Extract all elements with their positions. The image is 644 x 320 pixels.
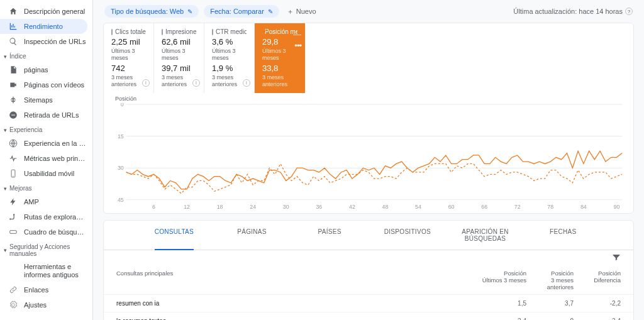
vitals-icon <box>9 154 18 163</box>
help-icon: ? <box>625 8 633 15</box>
checkbox-icon <box>162 29 163 35</box>
table-row[interactable]: la resumen textos3,403,4 <box>104 312 633 320</box>
sidebar-item[interactable]: Descripción general <box>0 4 92 19</box>
chevron-down-icon: ▾ <box>4 247 7 253</box>
svg-text:36: 36 <box>316 204 322 210</box>
chevron-down-icon: ▾ <box>4 127 7 133</box>
svg-rect-4 <box>10 231 17 234</box>
table-header: Consultas principales Posición Últimos 3… <box>104 266 633 294</box>
metric-tile[interactable]: Posición media29,8Últimos 3 meses33,83 m… <box>255 23 305 93</box>
sidebar-item[interactable]: AMP <box>0 194 92 209</box>
chart-icon <box>9 22 18 31</box>
svg-text:30: 30 <box>283 204 289 210</box>
svg-text:42: 42 <box>349 204 355 210</box>
bolt-icon <box>9 197 18 206</box>
chevron-down-icon: ▾ <box>4 53 7 60</box>
svg-text:48: 48 <box>382 204 389 210</box>
svg-point-3 <box>13 214 14 215</box>
sidebar-item[interactable]: Rutas de exploración <box>0 209 92 224</box>
tab[interactable]: DISPOSITIVOS <box>369 221 447 250</box>
sidebar-section[interactable]: ▾Seguridad y Acciones manuales <box>0 240 92 260</box>
sidebar-item[interactable]: Ajustes <box>0 297 92 312</box>
remove-icon <box>9 111 18 119</box>
sidebar-section[interactable]: ▾Índice <box>0 49 92 62</box>
sidebar-item[interactable]: Métricas web principales <box>0 151 92 166</box>
checkbox-icon <box>111 29 113 35</box>
svg-text:12: 12 <box>184 204 190 210</box>
svg-text:0: 0 <box>121 103 124 108</box>
tab[interactable]: FECHAS <box>524 221 602 250</box>
filter-bar: Tipo de búsqueda: Web✎ Fecha: Comparar✎ … <box>93 0 644 23</box>
tab[interactable]: APARICIÓN EN BÚSQUEDAS <box>447 221 525 250</box>
globe-icon <box>9 139 18 148</box>
tab[interactable]: PAÍSES <box>291 221 369 250</box>
svg-text:30: 30 <box>118 165 124 171</box>
path-icon <box>9 212 18 221</box>
link-icon <box>9 285 18 294</box>
info-icon[interactable]: i <box>142 79 150 87</box>
sidebar-item[interactable]: Experiencia en la página <box>0 136 92 151</box>
svg-text:66: 66 <box>481 204 487 210</box>
svg-text:90: 90 <box>613 204 619 210</box>
sidebar-item[interactable]: Inspección de URLs <box>0 34 92 49</box>
mobile-icon <box>9 169 18 178</box>
info-icon[interactable]: i <box>243 79 250 87</box>
gear-icon <box>9 301 18 309</box>
blank-icon <box>9 267 18 275</box>
svg-text:18: 18 <box>217 204 223 210</box>
sitemap-icon <box>9 96 18 104</box>
add-filter-button[interactable]: ＋Nuevo <box>287 7 316 16</box>
svg-text:72: 72 <box>514 204 521 210</box>
chart-y-label: Posición <box>115 96 628 102</box>
metric-tile[interactable]: Impresiones total...62,6 milÚltimos 3 me… <box>154 23 204 93</box>
svg-text:78: 78 <box>547 204 553 210</box>
svg-text:15: 15 <box>118 133 124 140</box>
tab[interactable]: PÁGINAS <box>213 221 291 250</box>
sidebar-item[interactable]: Usabilidad móvil <box>0 166 92 181</box>
svg-point-1 <box>13 176 13 177</box>
svg-text:24: 24 <box>250 204 256 210</box>
chevron-down-icon: ▾ <box>4 185 7 192</box>
svg-point-2 <box>9 218 11 219</box>
edit-icon: ✎ <box>268 8 273 15</box>
sidebar-section[interactable]: ▾Experiencia <box>0 123 92 136</box>
checkbox-icon <box>212 29 213 35</box>
sidebar-item[interactable]: Retirada de URLs <box>0 108 92 123</box>
svg-text:84: 84 <box>580 204 587 210</box>
svg-text:60: 60 <box>448 204 455 210</box>
table-card: CONSULTASPÁGINASPAÍSESDISPOSITIVOSAPARIC… <box>103 220 634 320</box>
svg-text:54: 54 <box>415 204 421 210</box>
sidebar-item[interactable]: Sitemaps <box>0 92 92 108</box>
tab[interactable]: CONSULTAS <box>135 221 213 250</box>
video-icon <box>9 80 18 89</box>
edit-icon: ✎ <box>187 8 192 15</box>
chip-search-type[interactable]: Tipo de búsqueda: Web✎ <box>104 5 199 18</box>
sidebar-item[interactable]: Páginas con vídeos <box>0 77 92 92</box>
home-icon <box>9 7 18 16</box>
sidebar-section[interactable]: ▾Mejoras <box>0 181 92 194</box>
search-icon <box>9 37 18 46</box>
searchbox-icon <box>9 228 18 236</box>
plus-icon: ＋ <box>287 7 294 16</box>
info-icon[interactable]: i <box>192 79 200 87</box>
svg-text:6: 6 <box>152 204 155 210</box>
sidebar-item[interactable]: Herramientas e informes antiguos <box>0 260 92 282</box>
page-icon <box>9 65 18 74</box>
filter-icon[interactable] <box>612 253 621 263</box>
svg-text:45: 45 <box>118 197 124 203</box>
last-updated: Última actualización: hace 14 horas? <box>513 8 633 15</box>
minus-icon: — <box>293 30 301 39</box>
chart-card: Clics totales2,25 milÚltimos 3 meses7423… <box>103 23 634 214</box>
chip-date[interactable]: Fecha: Comparar✎ <box>204 5 279 18</box>
sidebar-item[interactable]: Enlaces <box>0 282 92 297</box>
metric-tile[interactable]: Clics totales2,25 milÚltimos 3 meses7423… <box>104 23 154 93</box>
sidebar-item[interactable]: Cuadro de búsqueda de... <box>0 224 92 240</box>
sidebar-item[interactable]: Rendimiento <box>0 19 87 34</box>
position-chart: 015304561218243036424854606672788490 <box>115 103 628 211</box>
more-icon[interactable]: ••• <box>294 41 301 50</box>
sidebar-item[interactable]: páginas <box>0 62 92 77</box>
metric-tile[interactable]: CTR medio3,6 %Últimos 3 meses1,9 %3 mese… <box>204 23 255 93</box>
table-row[interactable]: resumen con ia1,53,7-2,2 <box>104 294 633 312</box>
